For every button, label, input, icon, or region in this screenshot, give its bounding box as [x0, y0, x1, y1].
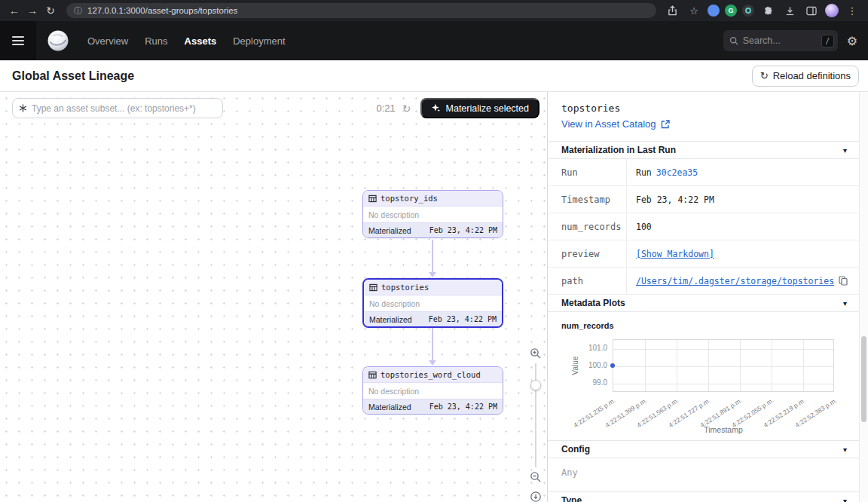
data-point	[610, 363, 615, 368]
metadata-table: RunRun 30c2ea35TimestampFeb 23, 4:22 PMn…	[548, 159, 859, 295]
extension-icon-dark[interactable]	[742, 5, 754, 17]
section-materialization-header[interactable]: Materialization in Last Run ▾	[548, 141, 859, 159]
asset-node-topstories_word_cloud[interactable]: topstories_word_cloudNo descriptionMater…	[362, 366, 503, 415]
asset-node-status-row: MaterializedFeb 23, 4:22 PM	[363, 399, 503, 414]
scrollbar-thumb[interactable]	[861, 336, 866, 422]
metadata-key: Run	[548, 159, 626, 185]
profile-avatar[interactable]	[825, 4, 839, 17]
asset-node-status-row: MaterializedFeb 23, 4:22 PM	[363, 222, 503, 237]
app-header: OverviewRunsAssetsDeployment / ⚙	[0, 21, 868, 60]
share-icon[interactable]	[664, 2, 680, 19]
asset-node-topstory_ids[interactable]: topstory_idsNo descriptionMaterializedFe…	[362, 190, 503, 238]
graph-toolbar: 0:21 ↻ Materialize selected	[12, 98, 539, 118]
metadata-key: preview	[548, 240, 626, 267]
metadata-key: path	[548, 268, 626, 294]
asset-node-header: topstories	[364, 280, 502, 295]
asset-node-description: No description	[363, 207, 503, 222]
panel-asset-title: topstories	[561, 103, 845, 114]
asset-node-name: topstories	[381, 283, 429, 292]
extension-icon-blue[interactable]	[708, 5, 720, 17]
search-shortcut-key: /	[821, 35, 834, 47]
global-search[interactable]: /	[723, 30, 838, 51]
browser-chrome: ← → ↻ ⓘ 127.0.0.1:3000/asset-groups/tops…	[0, 0, 868, 21]
asset-node-timestamp: Feb 23, 4:22 PM	[429, 226, 497, 234]
asset-graph[interactable]: 0:21 ↻ Materialize selected	[0, 92, 547, 502]
view-in-asset-catalog-link[interactable]: View in Asset Catalog	[561, 118, 670, 130]
show-markdown-link[interactable]: [Show Markdown]	[636, 249, 714, 259]
reload-definitions-button[interactable]: ↻ Reload definitions	[752, 66, 859, 87]
y-tick-label: 100.0	[588, 361, 607, 369]
run-id-link[interactable]: 30c2ea35	[656, 167, 698, 178]
refresh-countdown: 0:21 ↻	[376, 103, 411, 115]
asset-node-status: Materialized	[369, 315, 412, 324]
asset-node-timestamp: Feb 23, 4:22 PM	[429, 315, 497, 323]
browser-window: ← → ↻ ⓘ 127.0.0.1:3000/asset-groups/tops…	[0, 0, 868, 502]
asset-node-description: No description	[363, 383, 503, 399]
chevron-down-icon: ▾	[843, 146, 847, 155]
nav-item-runs[interactable]: Runs	[145, 35, 167, 47]
forward-icon[interactable]: →	[24, 2, 41, 19]
table-icon	[368, 194, 377, 203]
run-prefix: Run	[636, 167, 652, 178]
metadata-row: num_records100	[548, 213, 859, 240]
nav-item-overview[interactable]: Overview	[87, 35, 128, 47]
refresh-icon[interactable]: ↻	[42, 2, 59, 19]
asset-filter-input[interactable]	[32, 103, 216, 114]
asset-node-header: topstory_ids	[363, 191, 503, 207]
window-scrollbar[interactable]	[859, 92, 868, 502]
extensions-puzzle-icon[interactable]	[760, 2, 776, 19]
browser-actions: ☆ G ⋮	[664, 2, 862, 19]
y-tick-label: 99.0	[593, 378, 607, 387]
config-value: Any	[548, 458, 859, 487]
metadata-row: preview[Show Markdown]	[548, 240, 859, 268]
metadata-row: RunRun 30c2ea35	[548, 159, 859, 186]
chevron-down-icon: ▾	[843, 299, 847, 308]
asset-node-status: Materialized	[368, 226, 411, 235]
chevron-down-icon: ▾	[843, 497, 847, 502]
site-info-icon[interactable]: ⓘ	[74, 5, 82, 17]
url-text: 127.0.0.1:3000/asset-groups/topstories	[87, 6, 237, 15]
external-link-icon	[661, 120, 670, 129]
metadata-key: Timestamp	[548, 186, 626, 213]
metadata-row: TimestampFeb 23, 4:22 PM	[548, 186, 859, 213]
address-bar[interactable]: ⓘ 127.0.0.1:3000/asset-groups/topstories	[66, 3, 656, 18]
asset-node-name: topstories_word_cloud	[381, 370, 481, 379]
asset-node-topstories[interactable]: topstoriesNo descriptionMaterializedFeb …	[362, 278, 503, 328]
zoom-slider[interactable]	[535, 363, 536, 467]
materialize-selected-button[interactable]: Materialize selected	[420, 98, 539, 118]
dagster-logo[interactable]	[47, 29, 69, 52]
browser-menu-icon[interactable]: ⋮	[844, 2, 860, 19]
nav-item-assets[interactable]: Assets	[185, 35, 217, 47]
recenter-icon[interactable]	[529, 490, 542, 502]
asset-filter[interactable]	[12, 98, 223, 118]
table-icon	[369, 283, 377, 292]
section-config-header[interactable]: Config ▾	[548, 440, 859, 458]
metadata-plot: 4:22:51.235 p.m.4:22:51.399 p.m.4:22:51.…	[548, 335, 859, 440]
hamburger-menu-icon[interactable]	[0, 21, 36, 60]
section-metadata-plots-header[interactable]: Metadata Plots ▾	[548, 295, 859, 312]
bookmark-icon[interactable]: ☆	[686, 2, 702, 19]
zoom-in-icon[interactable]	[529, 347, 542, 360]
extension-icon-grammarly[interactable]: G	[725, 5, 737, 17]
zoom-slider-thumb[interactable]	[530, 380, 541, 390]
x-axis-label: Timestamp	[704, 425, 743, 434]
plot-gridline-h	[613, 366, 833, 367]
countdown-refresh-icon[interactable]: ↻	[402, 103, 411, 115]
back-icon[interactable]: ←	[6, 2, 23, 19]
section-type-header[interactable]: Type ▾	[548, 491, 859, 502]
asset-edge	[432, 240, 433, 272]
search-input[interactable]	[743, 35, 817, 46]
nav-item-deployment[interactable]: Deployment	[233, 35, 285, 47]
asset-node-header: topstories_word_cloud	[363, 367, 503, 383]
metadata-row: path/Users/tim/.dagster/storage/topstori…	[548, 268, 859, 295]
asset-detail-panel: topstories View in Asset Catalog Materia…	[547, 92, 859, 502]
settings-gear-icon[interactable]: ⚙	[847, 34, 857, 48]
plot-gridline-h	[613, 384, 833, 384]
zoom-out-icon[interactable]	[529, 470, 542, 484]
sidebar-icon[interactable]	[803, 2, 820, 19]
table-icon	[368, 371, 377, 379]
copy-icon[interactable]	[839, 276, 848, 286]
downloads-icon[interactable]	[781, 2, 798, 19]
asset-node-description: No description	[364, 295, 502, 311]
path-link[interactable]: /Users/tim/.dagster/storage/topstories	[636, 276, 834, 286]
